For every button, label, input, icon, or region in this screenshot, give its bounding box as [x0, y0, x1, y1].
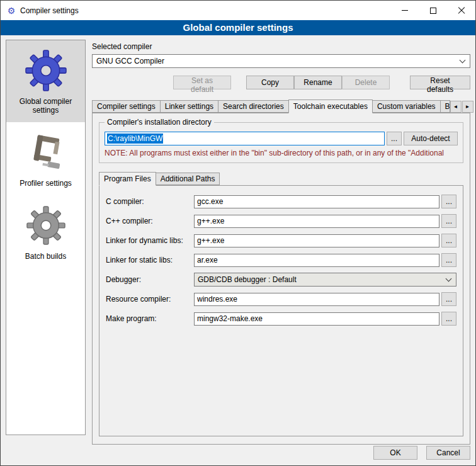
linker-static-label: Linker for static libs:	[106, 256, 194, 264]
compiler-settings-dialog: ⚙ Compiler settings Global compiler sett…	[0, 0, 476, 466]
profiler-iconbox	[9, 128, 82, 176]
selected-compiler-label: Selected compiler	[92, 42, 470, 51]
main-panel: Selected compiler GNU GCC Compiler Set a…	[92, 35, 470, 445]
field-row-make-program: Make program: ...	[106, 312, 456, 326]
resource-compiler-browse-button[interactable]: ...	[441, 292, 456, 306]
resource-compiler-label: Resource compiler:	[106, 295, 194, 304]
selected-compiler-combobox[interactable]: GNU GCC Compiler	[92, 54, 470, 68]
program-files-tabstrip: Program Files Additional Paths	[99, 172, 463, 185]
field-row-cpp-compiler: C++ compiler: ...	[106, 214, 456, 228]
debugger-combobox[interactable]: GDB/CDB debugger : Default	[194, 273, 456, 287]
tab-scroll-left-icon: ◄	[453, 104, 458, 110]
field-row-debugger: Debugger: GDB/CDB debugger : Default	[106, 273, 456, 287]
app-gear-icon: ⚙	[6, 6, 16, 16]
resource-compiler-input[interactable]	[194, 293, 439, 306]
maximize-button[interactable]	[419, 1, 447, 20]
title-bar[interactable]: ⚙ Compiler settings	[1, 1, 475, 20]
tab-compiler-settings[interactable]: Compiler settings	[92, 100, 161, 113]
minimize-button[interactable]	[390, 1, 419, 20]
clamp-tool-icon	[26, 132, 65, 173]
field-row-linker-static: Linker for static libs: ...	[106, 253, 456, 267]
reset-defaults-button[interactable]: Reset defaults	[410, 76, 470, 89]
ok-button[interactable]: OK	[373, 446, 417, 460]
linker-dynamic-browse-button[interactable]: ...	[441, 234, 456, 247]
dialog-footer: OK Cancel	[373, 446, 470, 460]
installation-directory-input[interactable]: C:\raylib\MinGW	[105, 132, 385, 145]
cpp-compiler-browse-button[interactable]: ...	[441, 214, 456, 228]
gear-icon	[25, 50, 67, 91]
sidebar-item-global-compiler-settings[interactable]: Global compiler settings	[6, 40, 85, 122]
delete-button[interactable]: Delete	[342, 76, 390, 89]
blue-gear-iconbox	[9, 47, 82, 94]
sidebar-item-batch-builds[interactable]: Batch builds	[6, 195, 85, 268]
tab-toolchain-executables[interactable]: Toolchain executables	[288, 99, 373, 113]
tab-search-directories[interactable]: Search directories	[218, 100, 289, 113]
tab-scroll-arrows: ◄ ►	[450, 101, 473, 113]
linker-static-browse-button[interactable]: ...	[441, 253, 456, 267]
cpp-compiler-input[interactable]	[194, 215, 439, 228]
copy-button[interactable]: Copy	[246, 76, 294, 89]
tab-scroll-left-button[interactable]: ◄	[450, 101, 462, 113]
installation-directory-legend: Compiler's installation directory	[105, 118, 214, 127]
sidebar-item-label: Global compiler settings	[9, 97, 82, 115]
minimize-icon	[402, 10, 408, 11]
sidebar-item-label: Profiler settings	[9, 179, 82, 188]
toolchain-executables-panel: Compiler's installation directory C:\ray…	[92, 113, 470, 445]
linker-static-input[interactable]	[194, 254, 439, 267]
tab-scroll-right-icon: ►	[465, 104, 470, 110]
make-program-label: Make program:	[106, 314, 194, 323]
selected-compiler-value: GNU GCC Compiler	[96, 57, 460, 65]
settings-sidebar: Global compiler settings	[6, 40, 86, 435]
dialog-content: Global compiler settings	[1, 35, 475, 465]
rename-button[interactable]: Rename	[294, 76, 342, 89]
tab-build-options[interactable]: Buil	[440, 100, 450, 113]
tab-program-files[interactable]: Program Files	[99, 172, 156, 186]
chevron-down-icon	[460, 57, 466, 63]
sidebar-item-label: Batch builds	[9, 252, 82, 261]
installation-directory-selected-text: C:\raylib\MinGW	[107, 134, 163, 144]
tab-linker-settings[interactable]: Linker settings	[160, 100, 218, 113]
installation-directory-row: C:\raylib\MinGW ... Auto-detect	[105, 132, 458, 145]
maximize-icon	[430, 8, 436, 14]
sidebar-item-profiler-settings[interactable]: Profiler settings	[6, 122, 85, 195]
chevron-down-icon	[446, 275, 452, 281]
installation-directory-browse-button[interactable]: ...	[387, 132, 402, 145]
close-icon	[458, 7, 465, 14]
debugger-label: Debugger:	[106, 275, 194, 284]
gray-gear-iconbox	[9, 202, 82, 249]
set-as-default-button[interactable]: Set as default	[173, 76, 231, 89]
program-files-panel: C compiler: ... C++ compiler: ...	[99, 185, 463, 436]
c-compiler-input[interactable]	[194, 195, 439, 208]
close-button[interactable]	[447, 1, 475, 20]
auto-detect-button[interactable]: Auto-detect	[404, 132, 458, 145]
gear-gray-icon	[26, 206, 65, 245]
make-program-input[interactable]	[194, 312, 439, 326]
bin-subdirectory-note: NOTE: All programs must exist either in …	[105, 149, 458, 157]
c-compiler-label: C compiler:	[106, 197, 194, 206]
installation-directory-groupbox: Compiler's installation directory C:\ray…	[99, 122, 463, 163]
page-title: Global compiler settings	[1, 20, 475, 35]
field-row-resource-compiler: Resource compiler: ...	[106, 292, 456, 306]
field-row-c-compiler: C compiler: ...	[106, 195, 456, 208]
field-row-linker-dynamic: Linker for dynamic libs: ...	[106, 234, 456, 247]
settings-tabstrip: Compiler settings Linker settings Search…	[92, 99, 470, 113]
cpp-compiler-label: C++ compiler:	[106, 217, 194, 225]
compiler-button-row: Set as default Copy Rename Delete Reset …	[92, 76, 470, 89]
tab-custom-variables[interactable]: Custom variables	[372, 100, 441, 113]
tab-scroll-right-button[interactable]: ►	[462, 101, 473, 113]
debugger-value: GDB/CDB debugger : Default	[198, 275, 446, 284]
linker-dynamic-label: Linker for dynamic libs:	[106, 236, 194, 245]
window-title: Compiler settings	[20, 6, 79, 15]
c-compiler-browse-button[interactable]: ...	[441, 195, 456, 208]
tab-additional-paths[interactable]: Additional Paths	[156, 173, 220, 185]
cancel-button[interactable]: Cancel	[426, 446, 470, 460]
make-program-browse-button[interactable]: ...	[441, 312, 456, 326]
linker-dynamic-input[interactable]	[194, 234, 439, 247]
